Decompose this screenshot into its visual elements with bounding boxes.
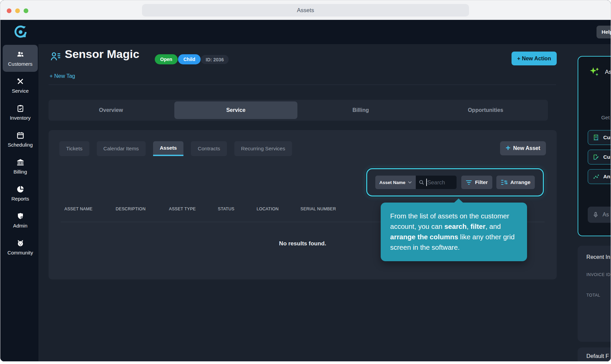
edit-document-icon (592, 154, 600, 161)
microphone-icon (592, 212, 599, 218)
sidebar-item-scheduling[interactable]: Scheduling (3, 126, 38, 153)
sidebar-item-label: Inventory (10, 115, 31, 121)
text-caret (426, 179, 427, 186)
window-title: Assets (297, 7, 314, 14)
recent-card-title: Recent In (586, 254, 610, 260)
clipboard-icon (16, 104, 25, 113)
ai-action-label: Cus (603, 134, 611, 141)
bank-icon (16, 158, 25, 166)
column-header-asset-type[interactable]: ASSET TYPE (169, 207, 196, 211)
filter-label: Filter (475, 179, 488, 185)
analytics-icon (592, 173, 600, 180)
sidebar-item-customers[interactable]: Customers (3, 45, 38, 72)
main-tabs: Overview Service Billing Opportunities (49, 100, 548, 121)
ai-input-placeholder: As (603, 212, 609, 218)
new-tag-link[interactable]: + New Tag (50, 73, 75, 79)
column-header-serial-number[interactable]: SERIAL NUMBER (300, 207, 336, 211)
default-card-title: Default F (586, 353, 609, 359)
titlebar: Assets (0, 0, 611, 20)
sort-arrange-icon (501, 179, 507, 185)
subtab-calendar-items[interactable]: Calendar Items (97, 141, 146, 156)
total-label: TOTAL (586, 293, 600, 298)
sidebar-item-service[interactable]: Service (3, 72, 38, 99)
search-box (416, 176, 456, 189)
invoice-id-label: INVOICE ID (586, 272, 610, 277)
app-logo-icon[interactable] (13, 25, 28, 39)
app-window: Assets Help Customers (0, 0, 611, 362)
traffic-lights (7, 8, 28, 13)
tooltip-text: From the list of assets on the customer … (390, 211, 518, 252)
arrange-label: Arrange (511, 179, 530, 185)
main-content: Sensor Magic Open Child ID: 2036 + New T… (38, 44, 611, 361)
help-button[interactable]: Help (597, 26, 611, 38)
minimize-window-icon[interactable] (15, 8, 20, 13)
window-title-bar: Assets (142, 4, 469, 17)
ai-section-label: Get (601, 115, 610, 121)
filter-button[interactable]: Filter (461, 176, 492, 189)
subtab-tickets[interactable]: Tickets (59, 141, 89, 156)
header-divider (49, 85, 556, 85)
grid-toolbar: Asset Name (366, 168, 544, 196)
sidebar-item-label: Reports (11, 196, 29, 202)
ai-action-button-3[interactable]: An (588, 169, 611, 184)
ai-action-label: Cu (603, 154, 610, 160)
arrange-button[interactable]: Arrange (496, 176, 535, 189)
sidebar-item-inventory[interactable]: Inventory (3, 99, 38, 126)
new-asset-button[interactable]: + New Asset (500, 141, 546, 155)
recent-invoices-card: Recent In INVOICE ID TOTAL (578, 246, 611, 342)
sidebar-item-label: Admin (13, 223, 28, 229)
sidebar-item-label: Scheduling (8, 142, 33, 148)
tab-service[interactable]: Service (174, 101, 297, 119)
ai-action-button-2[interactable]: Cu (588, 150, 611, 164)
sidebar-item-label: Service (12, 88, 29, 94)
sidebar-item-admin[interactable]: Admin (3, 207, 38, 234)
column-header-status[interactable]: STATUS (218, 207, 234, 211)
customer-profile-icon (50, 51, 62, 63)
search-column-dropdown[interactable]: Asset Name (375, 176, 416, 189)
tab-overview[interactable]: Overview (50, 101, 172, 119)
sidebar-item-label: Community (7, 250, 33, 255)
receipt-icon (592, 134, 600, 141)
filter-icon (466, 180, 472, 185)
ai-ask-input[interactable]: As (588, 207, 611, 223)
tab-opportunities[interactable]: Opportunities (424, 101, 547, 119)
status-badge: Open (155, 54, 178, 64)
subtab-recurring-services[interactable]: Recurring Services (234, 141, 292, 156)
tab-billing[interactable]: Billing (299, 101, 422, 119)
ai-assistant-panel: Ask Get Cus Cu (578, 56, 611, 236)
new-action-button[interactable]: + New Action (512, 52, 557, 65)
ai-panel-title: Ask (605, 69, 611, 75)
sidebar-item-billing[interactable]: Billing (3, 153, 38, 180)
ai-action-button-1[interactable]: Cus (588, 130, 611, 145)
service-subtabs: Tickets Calendar Items Assets Contracts … (59, 141, 292, 156)
default-card: Default F (578, 347, 611, 361)
column-header-description[interactable]: DESCRIPTION (116, 207, 146, 211)
zoom-window-icon[interactable] (24, 8, 28, 13)
ai-action-label: An (603, 174, 610, 180)
sidebar-item-label: Customers (8, 61, 33, 67)
search-column-value: Asset Name (379, 180, 405, 185)
close-window-icon[interactable] (7, 8, 11, 13)
ai-panel-header: Ask (588, 66, 611, 78)
people-icon (16, 50, 25, 59)
sidebar-item-community[interactable]: Community (3, 234, 38, 261)
calendar-icon (16, 131, 25, 140)
column-header-asset-name[interactable]: ASSET NAME (64, 207, 92, 211)
subtab-contracts[interactable]: Contracts (191, 141, 227, 156)
sidebar: Customers Service Inventory S (0, 44, 38, 361)
chevron-down-icon (408, 181, 412, 184)
admin-shield-icon (16, 212, 25, 220)
column-header-location[interactable]: LOCATION (257, 207, 279, 211)
sidebar-item-reports[interactable]: Reports (3, 180, 38, 207)
help-label: Help (602, 29, 611, 35)
coachmark-tooltip: From the list of assets on the customer … (381, 203, 527, 261)
search-combo: Asset Name (375, 176, 457, 189)
subtab-assets[interactable]: Assets (153, 141, 184, 156)
search-icon (418, 179, 425, 185)
relation-badge: Child (178, 54, 201, 64)
mascot-icon (16, 239, 25, 247)
sidebar-item-label: Billing (13, 169, 27, 175)
top-nav: Help (0, 20, 611, 44)
tooltip-arrow-icon (454, 199, 463, 203)
customer-name: Sensor Magic (65, 48, 139, 61)
